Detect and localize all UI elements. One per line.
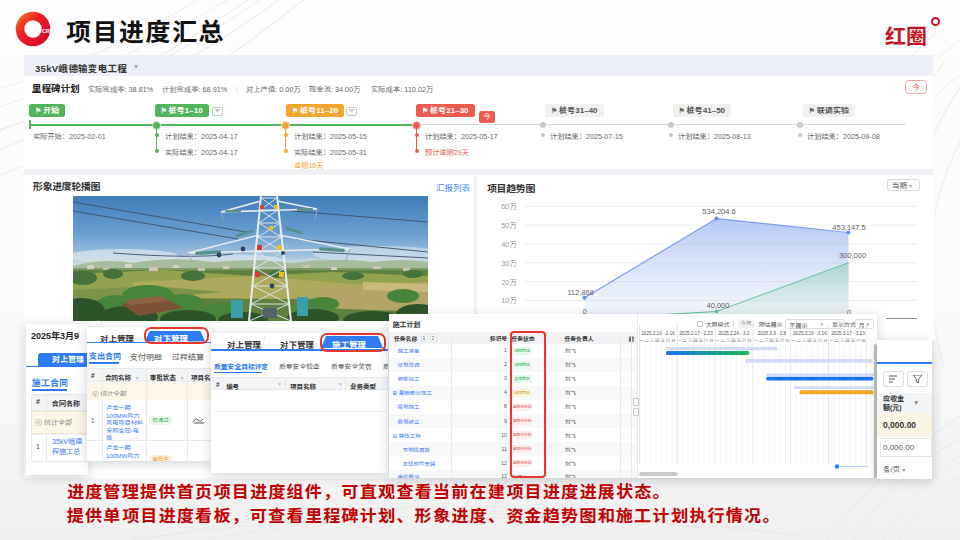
svg-text:一二三四五六日: 一二三四五六日 bbox=[753, 338, 790, 343]
svg-text:50万: 50万 bbox=[501, 221, 517, 230]
svg-text:CRM: CRM bbox=[42, 28, 51, 34]
svg-text:534,204.6: 534,204.6 bbox=[702, 207, 735, 216]
svg-text:300,000: 300,000 bbox=[839, 251, 866, 260]
svg-text:10万: 10万 bbox=[501, 296, 517, 305]
svg-text:20万: 20万 bbox=[501, 278, 517, 287]
svg-text:一二三四五六日: 一二三四五六日 bbox=[677, 338, 714, 343]
svg-text:30万: 30万 bbox=[501, 259, 517, 268]
svg-text:一二三四五六日: 一二三四五六日 bbox=[715, 338, 752, 343]
svg-text:2025.3.3 - 3.8: 2025.3.3 - 3.8 bbox=[757, 331, 786, 336]
svg-text:一二三四五六日: 一二三四五六日 bbox=[791, 338, 828, 343]
svg-text:2025.2.17 - 2.23: 2025.2.17 - 2.23 bbox=[679, 331, 713, 336]
svg-text:60万: 60万 bbox=[501, 202, 517, 211]
svg-text:40,000: 40,000 bbox=[707, 301, 730, 310]
svg-text:40万: 40万 bbox=[501, 240, 517, 249]
svg-text:2025.3.10 - 3.16: 2025.3.10 - 3.16 bbox=[793, 331, 827, 336]
svg-text:112,868: 112,868 bbox=[567, 288, 594, 297]
svg-text:2025.2.10 - 2.16: 2025.2.10 - 2.16 bbox=[641, 331, 675, 336]
svg-text:2025.2.24 - 3.2: 2025.2.24 - 3.2 bbox=[718, 331, 749, 336]
svg-text:一二三四五六日: 一二三四五六日 bbox=[639, 338, 676, 343]
svg-text:453,147.5: 453,147.5 bbox=[832, 223, 865, 232]
svg-text:一二三四五六日: 一二三四五六日 bbox=[829, 338, 866, 343]
svg-text:2025.3.17 - 3.23: 2025.3.17 - 3.23 bbox=[831, 331, 865, 336]
